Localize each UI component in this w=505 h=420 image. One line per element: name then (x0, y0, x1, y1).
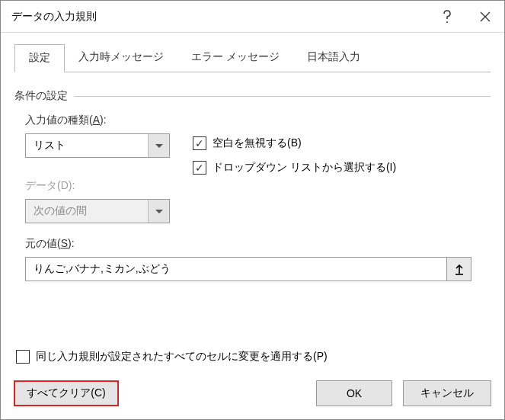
apply-all-label: 同じ入力規則が設定されたすべてのセルに変更を適用する(P) (36, 350, 328, 364)
data-dropdown-button (148, 200, 169, 223)
in-cell-dropdown-label: ドロップダウン リストから選択する(I) (213, 161, 396, 175)
titlebar: データの入力規則 (1, 1, 504, 33)
help-icon (442, 10, 452, 24)
tab-error-alert[interactable]: エラー メッセージ (177, 44, 293, 72)
source-label: 元の値(S): (25, 237, 75, 249)
criteria-legend: 条件の設定 (14, 89, 68, 103)
help-button[interactable] (428, 1, 466, 33)
button-bar: すべてクリア(C) OK キャンセル (14, 380, 491, 406)
window-title: データの入力規則 (11, 10, 428, 24)
chevron-down-icon (155, 144, 163, 148)
data-label: データ(D): (25, 179, 75, 191)
collapse-dialog-button[interactable] (447, 257, 471, 281)
apply-all-checkbox[interactable]: 同じ入力規則が設定されたすべてのセルに変更を適用する(P) (16, 350, 328, 364)
close-icon (480, 11, 491, 22)
checkbox-icon (16, 350, 30, 364)
data-select: 次の値の間 (25, 199, 170, 223)
tab-ime-mode[interactable]: 日本語入力 (293, 44, 374, 72)
chevron-down-icon (155, 210, 163, 213)
tab-settings[interactable]: 設定 (14, 44, 65, 72)
divider (74, 96, 491, 97)
allow-value: リスト (26, 134, 148, 157)
ok-button[interactable]: OK (316, 380, 392, 406)
close-button[interactable] (466, 1, 504, 33)
clear-all-button[interactable]: すべてクリア(C) (14, 380, 119, 406)
cancel-button[interactable]: キャンセル (403, 380, 491, 406)
ignore-blank-checkbox[interactable]: 空白を無視する(B) (193, 136, 396, 150)
allow-label: 入力値の種類(A): (25, 114, 107, 126)
checkbox-icon (193, 136, 206, 150)
tab-bar: 設定 入力時メッセージ エラー メッセージ 日本語入力 (14, 43, 491, 72)
data-value: 次の値の間 (26, 200, 148, 223)
criteria-group: 条件の設定 入力値の種類(A): リスト 空白を無視する(B) ドロップダウン … (14, 89, 491, 364)
tab-input-message[interactable]: 入力時メッセージ (65, 44, 177, 72)
dialog-content: 設定 入力時メッセージ エラー メッセージ 日本語入力 条件の設定 入力値の種類… (1, 33, 504, 377)
source-input[interactable] (25, 257, 447, 281)
svg-point-0 (446, 21, 448, 23)
allow-dropdown-button[interactable] (148, 134, 169, 157)
in-cell-dropdown-checkbox[interactable]: ドロップダウン リストから選択する(I) (193, 161, 396, 175)
ignore-blank-label: 空白を無視する(B) (213, 136, 302, 150)
collapse-icon (454, 263, 465, 275)
checkbox-icon (193, 161, 206, 175)
allow-select[interactable]: リスト (25, 133, 170, 158)
